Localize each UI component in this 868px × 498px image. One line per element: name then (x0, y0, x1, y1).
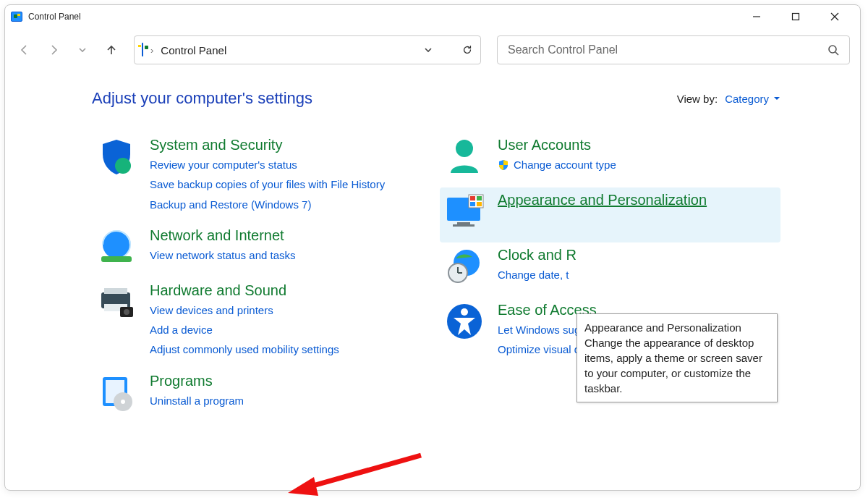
svg-point-18 (456, 140, 473, 157)
forward-button[interactable] (47, 43, 60, 56)
svg-line-33 (305, 455, 421, 488)
monitor-icon (444, 192, 485, 232)
category-link[interactable]: Add a device (150, 321, 339, 338)
accessibility-icon (444, 302, 485, 342)
tooltip-body: Change the appearance of desktop items, … (584, 337, 762, 394)
globe-icon (96, 227, 137, 268)
category-link[interactable]: Review your computer's status (150, 156, 385, 173)
breadcrumb-separator: › (150, 45, 153, 56)
category-title[interactable]: Hardware and Sound (150, 282, 339, 299)
category-clock-region: Clock and R Change date, t (440, 242, 780, 297)
up-button[interactable] (105, 43, 118, 56)
recent-locations-button[interactable] (76, 43, 89, 56)
page-title: Adjust your computer's settings (92, 89, 312, 108)
refresh-button[interactable] (461, 44, 473, 56)
category-programs: Programs Uninstall a program (92, 368, 433, 423)
control-panel-icon (142, 43, 143, 56)
close-button[interactable] (822, 7, 847, 27)
control-panel-window: Control Panel (4, 4, 861, 491)
svg-rect-23 (470, 196, 475, 201)
category-link[interactable]: View devices and printers (150, 302, 339, 318)
search-box[interactable] (497, 35, 850, 64)
chevron-down-icon[interactable] (422, 44, 434, 56)
category-title[interactable]: Network and Internet (150, 227, 296, 244)
category-link[interactable]: Uninstall a program (150, 392, 244, 409)
svg-point-4 (829, 46, 836, 53)
clock-globe-icon (444, 247, 485, 287)
window-title: Control Panel (28, 12, 81, 22)
category-title[interactable]: Clock and R (498, 247, 576, 263)
printer-icon (96, 282, 137, 323)
category-link-label: Change account type (514, 156, 616, 173)
category-network-internet: Network and Internet View network status… (92, 223, 433, 278)
svg-rect-10 (104, 288, 127, 294)
uac-shield-icon (498, 159, 509, 171)
breadcrumb[interactable]: Control Panel (161, 44, 226, 56)
shield-icon (96, 137, 137, 177)
category-title[interactable]: User Accounts (498, 137, 616, 153)
tooltip-appearance: Appearance and Personalization Change th… (576, 313, 778, 402)
left-column: System and Security Review your computer… (92, 132, 433, 423)
window-controls (744, 7, 847, 27)
svg-rect-21 (453, 224, 475, 227)
back-button[interactable] (18, 43, 31, 56)
titlebar: Control Panel (5, 5, 860, 28)
category-title[interactable]: Appearance and Personalization (498, 192, 707, 208)
view-by-dropdown[interactable]: Category (725, 93, 780, 105)
search-icon[interactable] (827, 44, 839, 56)
control-panel-app-icon (11, 11, 22, 22)
category-link[interactable]: Change date, t (498, 266, 576, 283)
category-link-change-account-type[interactable]: Change account type (498, 156, 616, 173)
category-link[interactable]: View network status and tasks (150, 247, 296, 263)
user-icon (444, 137, 485, 177)
caret-down-icon (773, 95, 780, 102)
search-input[interactable] (508, 43, 827, 56)
svg-marker-34 (288, 477, 318, 496)
category-appearance-personalization[interactable]: Appearance and Personalization (440, 187, 780, 242)
view-by: View by: Category (677, 93, 780, 105)
programs-icon (96, 373, 137, 413)
content-area: Adjust your computer's settings View by:… (5, 72, 860, 423)
svg-rect-24 (477, 196, 482, 201)
annotation-arrow (284, 448, 428, 498)
category-link[interactable]: Adjust commonly used mobility settings (150, 341, 339, 358)
svg-point-17 (121, 400, 125, 404)
category-system-security: System and Security Review your computer… (92, 132, 433, 223)
tooltip-title: Appearance and Personalization (584, 320, 770, 335)
svg-rect-20 (457, 222, 470, 224)
category-hardware-sound: Hardware and Sound View devices and prin… (92, 278, 433, 368)
minimize-button[interactable] (744, 7, 769, 27)
svg-line-5 (835, 52, 838, 55)
address-bar[interactable]: › Control Panel (134, 35, 481, 64)
svg-point-13 (124, 309, 129, 315)
category-title[interactable]: Programs (150, 373, 244, 389)
maximize-button[interactable] (783, 7, 808, 27)
svg-point-6 (115, 158, 131, 174)
svg-rect-26 (477, 202, 482, 206)
svg-point-32 (461, 308, 468, 316)
category-user-accounts: User Accounts Change account type (440, 132, 780, 187)
svg-rect-8 (101, 256, 132, 262)
svg-rect-25 (470, 202, 475, 206)
view-by-label: View by: (677, 93, 718, 105)
toolbar: › Control Panel (5, 28, 860, 72)
svg-rect-1 (793, 14, 799, 20)
view-by-value: Category (725, 93, 769, 105)
category-title[interactable]: System and Security (150, 137, 385, 153)
category-link[interactable]: Backup and Restore (Windows 7) (150, 196, 385, 213)
category-link[interactable]: Save backup copies of your files with Fi… (150, 176, 385, 193)
